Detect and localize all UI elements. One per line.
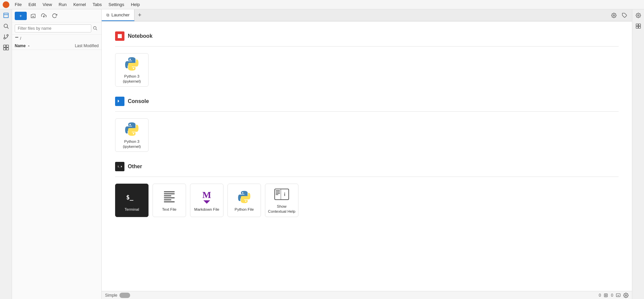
tab-launcher-label: Launcher (111, 12, 129, 17)
right-extensions-btn[interactable] (634, 21, 643, 31)
markdown-file-card[interactable]: M Markdown File (190, 184, 223, 217)
console-cards: Python 3(ipykernel) (115, 118, 619, 152)
other-section-icon: $_ (115, 162, 124, 171)
svg-point-4 (7, 34, 8, 36)
activity-bar (0, 9, 12, 299)
column-name[interactable]: Name (15, 43, 59, 48)
column-modified: Last Modified (59, 43, 99, 48)
markdown-file-icon: M (199, 189, 215, 205)
text-file-card[interactable]: Text File (153, 184, 186, 217)
extensions-icon-top[interactable] (620, 11, 629, 20)
other-section-title: Other (128, 164, 142, 170)
settings-icon-top[interactable] (609, 11, 619, 20)
status-bar: Simple 0 0 (102, 291, 632, 299)
other-divider (115, 177, 619, 177)
main-layout: + + (0, 9, 644, 299)
menu-view[interactable]: View (40, 1, 55, 8)
svg-rect-7 (6, 45, 8, 47)
terminal-card-icon: $_ (124, 189, 140, 205)
upload-button[interactable] (39, 11, 48, 20)
text-file-icon (161, 189, 177, 205)
console-section-icon (115, 97, 124, 106)
contextual-help-card[interactable]: i Show Contextual Help (265, 184, 298, 217)
breadcrumb-path: / (20, 36, 21, 41)
menu-tabs[interactable]: Tabs (90, 1, 104, 8)
other-cards: $_ Terminal (115, 184, 619, 217)
python-file-label: Python File (235, 207, 254, 212)
terminal-card[interactable]: $_ Terminal (115, 184, 149, 217)
notebook-section-icon (115, 31, 124, 41)
activity-extensions[interactable] (1, 43, 11, 52)
svg-point-21 (133, 133, 134, 134)
sidebar-toolbar: + + (12, 9, 101, 22)
launcher-tab-icon: ⧉ (106, 13, 109, 17)
menu-run[interactable]: Run (56, 1, 69, 8)
kernel-icon (604, 293, 608, 298)
terminal-card-label: Terminal (124, 207, 139, 212)
new-launcher-button[interactable]: + + (15, 12, 27, 20)
menu-help[interactable]: Help (128, 1, 143, 8)
notebook-cards: Python 3(ipykernel) (115, 53, 619, 87)
app-logo (3, 1, 9, 8)
svg-rect-36 (638, 26, 640, 28)
menu-file[interactable]: File (12, 1, 24, 8)
svg-point-26 (242, 192, 244, 193)
python3-console-card[interactable]: Python 3(ipykernel) (115, 118, 149, 152)
svg-point-5 (4, 37, 5, 39)
svg-rect-6 (3, 45, 6, 47)
search-box (12, 22, 101, 35)
plus-icon: + (19, 13, 22, 18)
other-section-header: $_ Other (115, 162, 619, 171)
svg-rect-9 (6, 48, 8, 50)
file-list (12, 50, 101, 299)
launcher-content: Notebook Python 3(ipykernel) (102, 21, 632, 291)
activity-files[interactable] (1, 11, 11, 20)
console-section-header: Console (115, 97, 619, 106)
svg-text:$_: $_ (126, 194, 133, 201)
notebook-section-title: Notebook (128, 33, 153, 39)
tab-launcher[interactable]: ⧉ Launcher (102, 9, 134, 21)
search-button[interactable] (91, 25, 99, 32)
refresh-button[interactable] (50, 11, 59, 20)
svg-rect-28 (605, 294, 608, 297)
simple-mode-toggle[interactable] (119, 293, 130, 298)
svg-rect-33 (636, 24, 638, 26)
console-divider (115, 111, 619, 112)
kernel-count: 0 (599, 293, 601, 298)
svg-point-31 (625, 295, 627, 296)
search-input[interactable] (15, 24, 91, 32)
contextual-help-icon: i (274, 187, 290, 202)
python-file-icon (236, 189, 252, 205)
python3-notebook-card[interactable]: Python 3(ipykernel) (115, 53, 149, 87)
status-mode: Simple (105, 293, 130, 298)
svg-point-17 (129, 59, 131, 60)
activity-search[interactable] (1, 21, 11, 31)
menubar: File Edit View Run Kernel Tabs Settings … (0, 0, 644, 9)
new-folder-button[interactable] (29, 11, 37, 20)
right-panel (632, 9, 644, 299)
tab-bar: ⧉ Launcher + (102, 9, 632, 21)
right-settings-btn[interactable] (634, 11, 643, 20)
svg-rect-34 (638, 24, 640, 26)
notebook-divider (115, 46, 619, 46)
menu-settings[interactable]: Settings (106, 1, 127, 8)
svg-point-20 (129, 124, 131, 125)
activity-git[interactable] (1, 32, 11, 41)
svg-line-14 (96, 29, 97, 30)
svg-rect-8 (3, 48, 6, 50)
menu-kernel[interactable]: Kernel (71, 1, 89, 8)
settings-gear-icon[interactable] (623, 293, 629, 298)
python3-notebook-label: Python 3(ipykernel) (123, 74, 141, 84)
menu-edit[interactable]: Edit (26, 1, 38, 8)
add-tab-button[interactable]: + (134, 10, 145, 20)
svg-text:$_: $_ (117, 165, 120, 168)
notebook-section-header: Notebook (115, 31, 619, 41)
python-file-card[interactable]: Python File (227, 184, 261, 217)
svg-rect-30 (616, 293, 620, 296)
svg-rect-35 (636, 26, 638, 28)
file-list-header: Name Last Modified (12, 42, 101, 50)
status-mode-label: Simple (105, 293, 117, 298)
svg-point-32 (638, 15, 639, 16)
python3-notebook-icon (124, 56, 140, 72)
console-section-title: Console (128, 98, 149, 104)
